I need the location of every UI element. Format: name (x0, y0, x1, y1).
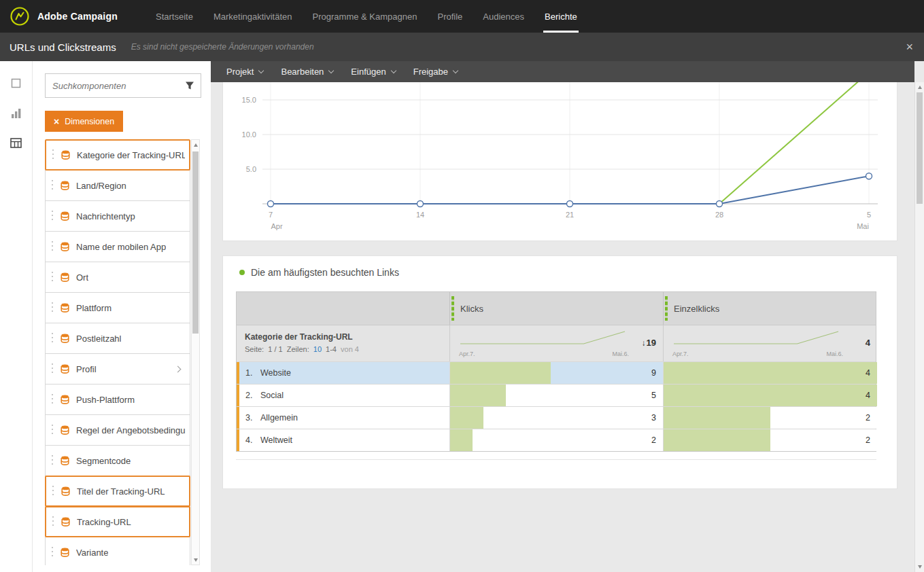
drag-handle-icon (51, 393, 54, 406)
drag-handle-icon (51, 179, 54, 192)
seite-value: 1 / 1 (268, 345, 282, 353)
value-bar (450, 407, 483, 429)
palette-item-nachrichtentyp[interactable]: Nachrichtentyp (45, 200, 190, 232)
bar-chart-icon[interactable] (10, 106, 23, 120)
palette-item-kategorie-der-tracking-url[interactable]: Kategorie der Tracking-URL (45, 139, 190, 171)
scroll-down-icon[interactable] (192, 556, 199, 564)
palette-item-name-der-mobilen-app[interactable]: Name der mobilen App (45, 231, 190, 262)
table-grid-icon[interactable] (10, 136, 23, 149)
pagination: Seite: 1 / 1 Zeilen: 10 1-4 von 4 (245, 345, 361, 353)
drag-handle-icon (51, 301, 54, 315)
palette-item-postleitzahl[interactable]: Postleitzahl (45, 323, 190, 354)
table-row-allgemein[interactable]: 3.Allgemein32 (237, 406, 876, 429)
svg-text:15.0: 15.0 (242, 96, 256, 104)
value-bar (664, 407, 770, 429)
klicks-total-value: 19 (647, 338, 656, 348)
main-scrollbar[interactable] (914, 82, 924, 572)
value-bar (450, 429, 473, 451)
dimension-icon (60, 302, 70, 313)
seite-label: Seite: (245, 345, 264, 353)
palette-item-profil[interactable]: Profil (45, 353, 190, 385)
nav-item-programme-kampagnen[interactable]: Programme & Kampagnen (303, 0, 428, 33)
menu-bearbeiten[interactable]: Bearbeiten (272, 61, 342, 82)
palette-item-ort[interactable]: Ort (45, 262, 190, 293)
table-row-website[interactable]: 1.Website94 (237, 361, 876, 384)
value-bar (450, 385, 506, 406)
rank-accent (237, 429, 239, 451)
nav-item-audiences[interactable]: Audiences (473, 0, 534, 33)
palette-item-titel-der-tracking-url[interactable]: Titel der Tracking-URL (45, 476, 190, 507)
chevron-down-icon (328, 68, 334, 73)
cell-value: 2 (866, 435, 870, 445)
table-row-weltweit[interactable]: 4.Weltweit22 (237, 429, 876, 451)
palette-scrollbar-thumb[interactable] (192, 151, 199, 334)
drag-handle-icon (51, 423, 54, 437)
spark-date-end: Mai.6. (612, 351, 629, 357)
row-label: Social (260, 391, 284, 400)
palette-item-label: Regel der Angebotsbedingung (76, 425, 186, 435)
menu-freigabe[interactable]: Freigabe (405, 61, 466, 82)
links-section-title: Die am häufigsten besuchten Links (251, 267, 399, 278)
row-total: von 4 (341, 345, 359, 353)
main-scrollbar-thumb[interactable] (917, 92, 923, 204)
row-rank: 1. (245, 368, 260, 378)
scroll-up-icon[interactable] (192, 141, 199, 149)
palette-item-label: Land/Region (76, 181, 126, 191)
klicks-sparkline (459, 329, 626, 346)
search-input[interactable] (46, 81, 179, 91)
palette-item-push-plattform[interactable]: Push-Plattform (45, 384, 190, 415)
palette-item-plattform[interactable]: Plattform (45, 292, 190, 323)
cell-value: 9 (651, 368, 656, 378)
nav-item-marketingaktivitäten[interactable]: Marketingaktivitäten (203, 0, 303, 33)
legend-dot-icon (239, 270, 245, 275)
links-table: Klicks Einzelklicks Kategorie der Tracki… (236, 291, 876, 452)
dimension-icon (60, 363, 70, 374)
palette-item-variante[interactable]: Variante (45, 537, 190, 565)
rank-accent (237, 385, 239, 406)
svg-text:10.0: 10.0 (242, 130, 256, 139)
scroll-up-icon[interactable] (915, 83, 924, 92)
adobe-campaign-logo-icon (10, 6, 30, 26)
einzelklicks-cell: 2 (663, 407, 877, 429)
top-nav: Adobe Campaign StartseiteMarketingaktivi… (0, 0, 924, 33)
filter-funnel-icon[interactable] (179, 74, 201, 97)
einzelklicks-cell: 2 (663, 429, 877, 451)
nav-item-profile[interactable]: Profile (427, 0, 473, 33)
einzelklicks-cell: 4 (663, 385, 877, 406)
nav-item-startseite[interactable]: Startseite (146, 0, 203, 33)
palette-item-segmentcode[interactable]: Segmentcode (45, 445, 190, 476)
palette-item-label: Tracking-URL (77, 517, 131, 527)
palette-item-tracking-url[interactable]: Tracking-URL (45, 506, 190, 537)
close-icon[interactable]: × (895, 41, 924, 53)
einzelklicks-total-value: 4 (866, 338, 870, 348)
dimension-icon (60, 547, 70, 558)
table-body: 1.Website942.Social543.Allgemein324.Welt… (237, 361, 876, 451)
drag-handle-icon (51, 362, 54, 376)
chevron-down-icon (258, 68, 264, 73)
drag-handle-icon (52, 515, 54, 529)
svg-text:Apr: Apr (271, 222, 282, 230)
menu-projekt[interactable]: Projekt (218, 61, 272, 82)
row-dimension-cell: 2.Social (237, 385, 449, 406)
rows-per-page[interactable]: 10 (313, 345, 322, 353)
palette-scrollbar[interactable] (191, 139, 200, 565)
menu-label: Freigabe (413, 67, 448, 77)
column-header-einzelklicks[interactable]: Einzelklicks (663, 292, 877, 325)
component-square-icon[interactable] (10, 76, 23, 90)
column-header-klicks[interactable]: Klicks (449, 292, 663, 325)
menu-einfügen[interactable]: Einfügen (342, 61, 404, 82)
cell-value: 4 (866, 391, 870, 400)
table-row-social[interactable]: 2.Social54 (237, 384, 876, 406)
trend-chart-card: 15.010.05.07Apr1421285Mai (222, 82, 897, 241)
palette-item-regel-der-angebotsbedingung[interactable]: Regel der Angebotsbedingung (45, 414, 190, 446)
row-rank: 2. (245, 391, 260, 400)
nav-item-berichte[interactable]: Berichte (534, 0, 587, 33)
scroll-down-icon[interactable] (915, 562, 924, 571)
dimensions-button-label: Dimensionen (65, 117, 114, 126)
dimension-subheader: Kategorie der Tracking-URL Seite: 1 / 1 … (237, 325, 449, 361)
value-bar (664, 385, 877, 406)
cell-value: 5 (651, 391, 656, 400)
dimensions-filter-button[interactable]: × Dimensionen (45, 111, 123, 132)
table-subheader-row: Kategorie der Tracking-URL Seite: 1 / 1 … (237, 325, 876, 361)
palette-item-land-region[interactable]: Land/Region (45, 170, 190, 201)
